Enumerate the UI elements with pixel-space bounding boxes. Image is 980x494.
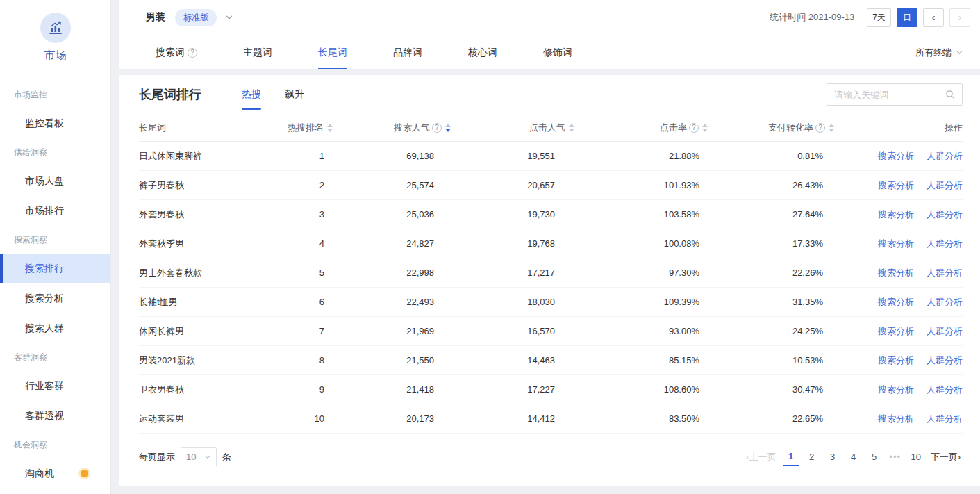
crowd-analysis-link[interactable]: 人群分析 bbox=[927, 354, 963, 367]
col-click-popularity[interactable]: 点击人气 bbox=[451, 122, 574, 134]
search-analysis-link[interactable]: 搜索分析 bbox=[878, 413, 914, 425]
table-row: 长袖t恤男 6 22,493 18,030 109.39% 31.35% 搜索分… bbox=[139, 288, 963, 317]
crowd-analysis-link[interactable]: 人群分析 bbox=[927, 384, 963, 396]
ranking-panel: 长尾词排行 热搜 飙升 长尾词 热搜排名 搜索人气? 点击人气 点击率? 支付转… bbox=[119, 75, 980, 486]
sidebar-item-search-crowd[interactable]: 搜索人群 bbox=[0, 313, 110, 343]
chevron-down-icon[interactable] bbox=[225, 13, 233, 22]
sidebar-item-market-overview[interactable]: 市场大盘 bbox=[0, 166, 110, 196]
search-analysis-link[interactable]: 搜索分析 bbox=[878, 325, 914, 338]
col-conversion[interactable]: 支付转化率? bbox=[708, 122, 834, 134]
cell-keyword: 休闲长裤男 bbox=[139, 325, 283, 338]
question-icon[interactable]: ? bbox=[432, 123, 442, 133]
question-icon[interactable]: ? bbox=[815, 123, 825, 133]
stat-time-label: 统计时间 2021-09-13 bbox=[770, 11, 854, 24]
tab-longtail-word[interactable]: 长尾词 bbox=[308, 35, 357, 69]
tab-brand-word[interactable]: 品牌词 bbox=[383, 35, 432, 69]
sidebar-item-tao-opportunity[interactable]: 淘商机 bbox=[0, 459, 110, 488]
search-analysis-link[interactable]: 搜索分析 bbox=[878, 296, 914, 308]
cell-keyword: 卫衣男春秋 bbox=[139, 384, 283, 396]
sidebar-section-supply-insight: 供给洞察 bbox=[0, 138, 110, 166]
range-day-button[interactable]: 日 bbox=[897, 8, 917, 27]
top-bar: 男装 标准版 统计时间 2021-09-13 7天 日 ‹ › bbox=[119, 0, 980, 35]
page-ellipsis[interactable]: ••• bbox=[887, 448, 904, 466]
prev-page-button: ‹上一页 bbox=[744, 448, 778, 466]
sort-icon bbox=[702, 124, 708, 132]
cell-click: 20,657 bbox=[451, 180, 574, 190]
crowd-analysis-link[interactable]: 人群分析 bbox=[927, 150, 963, 163]
tab-modifier-word[interactable]: 修饰词 bbox=[533, 35, 582, 69]
sidebar-item-industry-customer[interactable]: 行业客群 bbox=[0, 371, 110, 401]
cell-rank: 4 bbox=[283, 238, 333, 249]
page-size-select[interactable]: 10 bbox=[181, 447, 217, 466]
version-badge[interactable]: 标准版 bbox=[175, 9, 217, 26]
cell-search: 21,418 bbox=[333, 384, 451, 395]
crowd-analysis-link[interactable]: 人群分析 bbox=[927, 413, 963, 425]
crowd-analysis-link[interactable]: 人群分析 bbox=[927, 179, 963, 192]
search-analysis-link[interactable]: 搜索分析 bbox=[878, 267, 914, 279]
sort-icon-active bbox=[445, 124, 451, 132]
sidebar-section-market-monitor: 市场监控 bbox=[0, 81, 110, 108]
page-1[interactable]: 1 bbox=[783, 448, 799, 466]
cell-rank: 7 bbox=[283, 326, 333, 336]
chevron-down-icon bbox=[204, 454, 211, 461]
cell-keyword: 运动套装男 bbox=[139, 413, 283, 425]
terminal-filter-dropdown[interactable]: 所有终端 bbox=[915, 47, 963, 59]
page-4[interactable]: 4 bbox=[845, 448, 862, 466]
crowd-analysis-link[interactable]: 人群分析 bbox=[927, 208, 963, 221]
tab-core-word[interactable]: 核心词 bbox=[458, 35, 507, 69]
cell-keyword: 外套秋季男 bbox=[139, 238, 283, 250]
prev-date-button[interactable]: ‹ bbox=[923, 8, 944, 27]
page-5[interactable]: 5 bbox=[866, 448, 883, 466]
col-ctr[interactable]: 点击率? bbox=[574, 122, 708, 134]
crowd-analysis-link[interactable]: 人群分析 bbox=[927, 238, 963, 250]
sidebar: 市场 市场监控 监控看板 供给洞察 市场大盘 市场排行 搜索洞察 搜索排行 搜索… bbox=[0, 0, 111, 494]
sidebar-item-customer-perspective[interactable]: 客群透视 bbox=[0, 401, 110, 431]
keyword-search-input[interactable] bbox=[834, 90, 941, 100]
search-analysis-link[interactable]: 搜索分析 bbox=[878, 208, 914, 221]
search-analysis-link[interactable]: 搜索分析 bbox=[878, 238, 914, 250]
col-rank[interactable]: 热搜排名 bbox=[283, 122, 333, 134]
search-analysis-link[interactable]: 搜索分析 bbox=[878, 384, 914, 396]
page-3[interactable]: 3 bbox=[824, 448, 841, 466]
page-2[interactable]: 2 bbox=[804, 448, 820, 466]
app-logo[interactable]: 市场 bbox=[0, 0, 110, 76]
cell-keyword: 裤子男春秋 bbox=[139, 179, 283, 192]
cell-click: 19,551 bbox=[451, 151, 574, 161]
sidebar-item-search-ranking[interactable]: 搜索排行 bbox=[0, 254, 110, 283]
search-analysis-link[interactable]: 搜索分析 bbox=[878, 179, 914, 192]
crowd-analysis-link[interactable]: 人群分析 bbox=[927, 325, 963, 338]
crowd-analysis-link[interactable]: 人群分析 bbox=[927, 296, 963, 308]
search-analysis-link[interactable]: 搜索分析 bbox=[878, 150, 914, 163]
pagination: ‹上一页 1 2 3 4 5 ••• 10 下一页› bbox=[744, 448, 963, 466]
subtab-hot-search[interactable]: 热搜 bbox=[242, 75, 261, 114]
range-7day-button[interactable]: 7天 bbox=[867, 8, 891, 27]
cell-rank: 3 bbox=[283, 209, 333, 220]
sidebar-item-monitor-board[interactable]: 监控看板 bbox=[0, 108, 110, 138]
sidebar-item-search-analysis[interactable]: 搜索分析 bbox=[0, 283, 110, 313]
subtab-soaring[interactable]: 飙升 bbox=[285, 75, 304, 114]
keyword-search-box[interactable] bbox=[827, 83, 963, 106]
cell-cvr: 31.35% bbox=[708, 297, 834, 307]
col-search-popularity[interactable]: 搜索人气? bbox=[333, 122, 451, 134]
cell-keyword: 外套男春秋 bbox=[139, 208, 283, 221]
tab-theme-word[interactable]: 主题词 bbox=[233, 35, 282, 69]
cell-keyword: 日式休闲束脚裤 bbox=[139, 150, 283, 163]
cell-rank: 8 bbox=[283, 355, 333, 365]
tab-search-word[interactable]: 搜索词 ? bbox=[146, 35, 207, 69]
crowd-analysis-link[interactable]: 人群分析 bbox=[927, 267, 963, 279]
search-icon[interactable] bbox=[945, 90, 955, 99]
question-icon[interactable]: ? bbox=[689, 123, 699, 133]
next-page-button[interactable]: 下一页› bbox=[929, 448, 963, 466]
page-10[interactable]: 10 bbox=[908, 448, 924, 466]
app-title: 市场 bbox=[44, 49, 67, 63]
question-icon[interactable]: ? bbox=[188, 48, 197, 58]
sort-icon bbox=[327, 124, 333, 132]
cell-cvr: 10.53% bbox=[708, 355, 834, 365]
cell-search: 22,998 bbox=[333, 267, 451, 278]
sidebar-item-market-ranking[interactable]: 市场排行 bbox=[0, 196, 110, 226]
sidebar-section-opportunity-insight: 机会洞察 bbox=[0, 431, 110, 459]
cell-cvr: 22.65% bbox=[708, 413, 834, 424]
cell-ctr: 83.50% bbox=[574, 413, 708, 424]
search-analysis-link[interactable]: 搜索分析 bbox=[878, 354, 914, 367]
sort-icon bbox=[829, 124, 834, 132]
